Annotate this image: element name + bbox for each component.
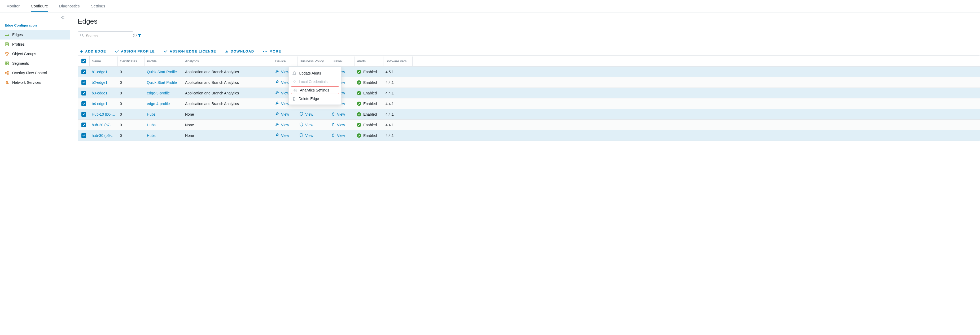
profile-link[interactable]: edge-3-profile [145, 89, 183, 97]
filter-button[interactable] [137, 33, 142, 38]
status-ok-icon [357, 80, 361, 85]
shield-icon [300, 112, 303, 117]
device-view-link[interactable]: View [275, 123, 289, 127]
device-view-link[interactable]: View [275, 101, 289, 106]
business-policy-view-link[interactable]: View [300, 133, 313, 138]
alerts-status: Enabled [357, 102, 377, 106]
add-edge-button[interactable]: ADD EDGE [80, 49, 106, 53]
add-edge-label: ADD EDGE [85, 49, 106, 53]
toolbar: ADD EDGE ASSIGN PROFILE ASSIGN EDGE LICE… [78, 49, 980, 53]
view-label: View [281, 133, 289, 138]
device-view-link[interactable]: View [275, 70, 289, 74]
tab-diagnostics[interactable]: Diagnostics [59, 3, 80, 12]
cell-certificates: 0 [118, 78, 145, 87]
table-row[interactable]: hub-20 (b7-edge1)0HubsNoneViewViewViewEn… [78, 120, 980, 130]
edge-name-link[interactable]: hub-30 (b5-edge1) [90, 131, 118, 140]
col-profile[interactable]: Profile [145, 56, 183, 66]
view-label: View [337, 123, 345, 127]
view-label: View [281, 102, 289, 106]
tab-settings[interactable]: Settings [91, 3, 105, 12]
row-checkbox[interactable] [78, 67, 90, 77]
assign-profile-button[interactable]: ASSIGN PROFILE [115, 49, 155, 53]
row-checkbox[interactable] [78, 131, 90, 140]
cell-certificates: 0 [118, 110, 145, 119]
col-firewall[interactable]: Firewall [329, 56, 355, 66]
device-view-link[interactable]: View [275, 112, 289, 116]
sidebar-collapse-icon[interactable] [60, 16, 65, 20]
svg-rect-11 [5, 64, 6, 65]
sidebar-item-object-groups[interactable]: Object Groups [0, 49, 70, 59]
more-menu-update-alerts[interactable]: Update Alerts [289, 69, 341, 77]
row-checkbox[interactable] [78, 99, 90, 108]
sidebar-item-edges[interactable]: Edges [0, 30, 70, 40]
page-title: Edges [78, 17, 980, 26]
business-policy-view-link[interactable]: View [300, 123, 313, 127]
view-label: View [305, 112, 313, 116]
device-view-link[interactable]: View [275, 133, 289, 138]
shield-icon [300, 123, 303, 127]
svg-point-33 [263, 51, 264, 52]
firewall-view-link[interactable]: View [331, 123, 345, 127]
view-label: View [305, 133, 313, 138]
table-row[interactable]: b4-edge10edge-4-profileApplication and B… [78, 98, 980, 109]
profile-link[interactable]: Hubs [145, 131, 183, 140]
profile-link[interactable]: edge-4-profile [145, 99, 183, 108]
profile-link[interactable]: Hubs [145, 110, 183, 119]
search-icon [80, 34, 84, 38]
col-software-version[interactable]: Software version [383, 56, 412, 66]
col-alerts[interactable]: Alerts [355, 56, 383, 66]
col-device[interactable]: Device [273, 56, 298, 66]
tab-configure[interactable]: Configure [31, 3, 48, 12]
edge-name-link[interactable]: b3-edge1 [90, 89, 118, 97]
col-business-policy[interactable]: Business Policy [298, 56, 329, 66]
sidebar-item-network-services[interactable]: Network Services [0, 78, 70, 87]
firewall-view-link[interactable]: View [331, 133, 345, 138]
row-checkbox[interactable] [78, 78, 90, 87]
profile-link[interactable]: Hubs [145, 120, 183, 129]
table-row[interactable]: Hub-10 (b6-edge1)0HubsNoneViewViewViewEn… [78, 109, 980, 120]
row-checkbox[interactable] [78, 88, 90, 98]
select-all-checkbox[interactable] [78, 56, 90, 66]
profile-link[interactable]: Quick Start Profile [145, 67, 183, 77]
sidebar-item-segments[interactable]: Segments [0, 59, 70, 68]
firewall-view-link[interactable]: View [331, 112, 345, 117]
more-menu-analytics-settings[interactable]: Analytics Settings [291, 86, 339, 94]
more-button[interactable]: MORE [263, 49, 281, 53]
table-row[interactable]: b2-edge10Quick Start ProfileApplication … [78, 77, 980, 88]
col-certificates[interactable]: Certificates [118, 56, 145, 66]
profile-link[interactable]: Quick Start Profile [145, 78, 183, 87]
search-box[interactable] [78, 31, 134, 40]
edge-name-link[interactable]: Hub-10 (b6-edge1) [90, 110, 118, 119]
col-name[interactable]: Name [90, 56, 118, 66]
edges-icon [5, 33, 9, 36]
table-row[interactable]: b1-edge10Quick Start ProfileApplication … [78, 66, 980, 77]
edge-name-link[interactable]: b4-edge1 [90, 99, 118, 108]
download-button[interactable]: DOWNLOAD [225, 49, 254, 53]
bell-icon [293, 71, 296, 75]
tab-monitor[interactable]: Monitor [6, 3, 20, 12]
row-checkbox[interactable] [78, 120, 90, 130]
edge-name-link[interactable]: b2-edge1 [90, 78, 118, 87]
row-checkbox[interactable] [78, 110, 90, 119]
search-input[interactable] [85, 34, 133, 38]
table-row[interactable]: hub-30 (b5-edge1)0HubsNoneViewViewViewEn… [78, 130, 980, 140]
table-row[interactable]: b3-edge10edge-3-profileApplication and B… [78, 88, 980, 98]
assign-edge-license-button[interactable]: ASSIGN EDGE LICENSE [164, 49, 216, 53]
sidebar-item-overlay-flow[interactable]: Overlay Flow Control [0, 68, 70, 78]
wrench-icon [275, 112, 279, 116]
edge-name-link[interactable]: b1-edge1 [90, 67, 118, 77]
info-icon[interactable] [133, 34, 137, 38]
col-analytics[interactable]: Analytics [183, 56, 273, 66]
sidebar-item-label: Segments [12, 61, 29, 65]
business-policy-view-link[interactable]: View [300, 112, 313, 117]
wrench-icon [275, 133, 279, 138]
device-view-link[interactable]: View [275, 91, 289, 95]
device-view-link[interactable]: View [275, 80, 289, 85]
status-ok-icon [357, 133, 361, 138]
edge-name-link[interactable]: hub-20 (b7-edge1) [90, 120, 118, 129]
sidebar-item-profiles[interactable]: Profiles [0, 40, 70, 49]
svg-point-8 [6, 54, 8, 56]
more-menu-label: Update Alerts [299, 71, 321, 75]
more-menu-delete-edge[interactable]: Delete Edge [289, 94, 341, 103]
edges-table: Name Certificates Profile Analytics Devi… [78, 56, 980, 141]
